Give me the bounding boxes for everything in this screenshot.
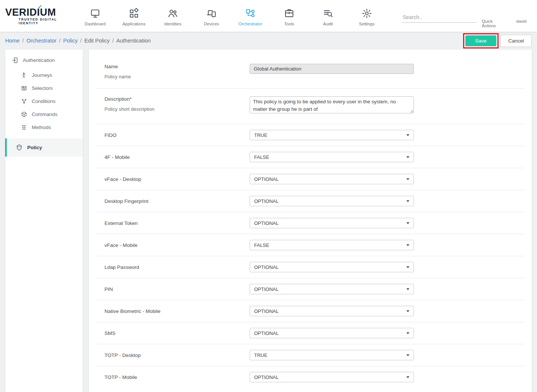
field-label: vFace - Mobile — [104, 242, 250, 248]
form-row-description: Description*Policy short description — [96, 89, 524, 124]
field-sublabel: Policy short description — [104, 106, 250, 112]
field-labels: PIN — [96, 286, 250, 292]
field-label: External Token — [104, 220, 250, 226]
sidebar-item-commands[interactable]: Commands — [5, 108, 83, 121]
field-labels: NamePolicy name — [96, 64, 250, 79]
form-row-external-token: External TokenOPTIONAL — [96, 212, 524, 234]
select-value: FALSE — [254, 242, 269, 248]
field-control: OPTIONAL — [250, 174, 414, 184]
cancel-button[interactable]: Cancel — [500, 35, 532, 47]
field-label: Ldap Password — [104, 264, 250, 270]
nav-item-orchestrator[interactable]: Orchestrator — [231, 6, 270, 26]
breadcrumb-item-home[interactable]: Home — [5, 38, 20, 44]
nav-item-audit[interactable]: Audit — [309, 6, 347, 26]
breadcrumb-separator: / — [22, 38, 24, 44]
policy-icon — [16, 144, 23, 151]
form-row-name: NamePolicy name — [96, 56, 524, 89]
sidebar-item-label: Authentication — [23, 57, 55, 63]
orchestrator-icon — [245, 8, 256, 19]
vface-mobile-select[interactable]: FALSE — [250, 240, 414, 250]
form-row-fido: FIDOTRUE — [96, 124, 524, 146]
field-label: SMS — [104, 330, 250, 336]
policy-form-panel: NamePolicy nameDescription*Policy short … — [89, 50, 532, 392]
nav-item-applications[interactable]: Applications — [115, 6, 153, 26]
breadcrumb-separator: / — [59, 38, 60, 44]
desktop-fingerprint-select[interactable]: OPTIONAL — [250, 196, 414, 206]
nav-item-tools[interactable]: Tools — [270, 6, 309, 26]
form-row-4f-mobile: 4F - MobileFALSE — [96, 146, 524, 168]
field-labels: SMS — [96, 330, 250, 336]
sidebar-item-label: Journeys — [32, 72, 52, 78]
field-label: 4F - Mobile — [104, 154, 250, 160]
logo-check-icon: ✓ — [38, 3, 43, 10]
field-control: OPTIONAL — [250, 218, 414, 228]
4f-mobile-select[interactable]: FALSE — [250, 152, 414, 162]
form-row-vface-mobile: vFace - MobileFALSE — [96, 234, 524, 256]
vface-desktop-select[interactable]: OPTIONAL — [250, 174, 414, 184]
nav-label: Tools — [284, 22, 294, 26]
field-labels: FIDO — [96, 132, 250, 138]
field-control: FALSE — [250, 152, 414, 162]
nav-item-dashboard[interactable]: Dashboard — [76, 6, 115, 26]
user-menu[interactable]: david — [511, 4, 532, 28]
methods-icon — [21, 124, 27, 131]
nav-item-settings[interactable]: Settings — [347, 6, 386, 26]
sidebar-item-label: Policy — [27, 145, 42, 150]
ldap-password-select[interactable]: OPTIONAL — [250, 262, 414, 272]
breadcrumb-item-authentication: Authentication — [116, 38, 151, 44]
totp-mobile-select[interactable]: OPTIONAL — [250, 372, 414, 382]
field-label: Native Biometric - Mobile — [104, 308, 250, 314]
external-token-select[interactable]: OPTIONAL — [250, 218, 414, 228]
field-labels: TOTP - Mobile — [96, 374, 250, 380]
sidebar-item-journeys[interactable]: Journeys — [5, 69, 83, 82]
select-value: OPTIONAL — [254, 198, 279, 204]
fido-select[interactable]: TRUE — [250, 130, 414, 140]
field-labels: vFace - Desktop — [96, 176, 250, 182]
annotation-highlight: Save — [463, 33, 499, 48]
form-row-sms: SMSOPTIONAL — [96, 322, 524, 344]
pin-select[interactable]: OPTIONAL — [250, 284, 414, 294]
field-labels: External Token — [96, 220, 250, 226]
top-bar-right: Quick Actions david — [477, 4, 532, 28]
form-row-totp-desktop: TOTP - DesktopTRUE — [96, 344, 524, 366]
breadcrumb: Home/Orchestrator/Policy/Edit Policy/Aut… — [5, 38, 151, 44]
totp-desktop-select[interactable]: TRUE — [250, 350, 414, 360]
chevron-down-icon — [406, 244, 409, 246]
field-label: Name — [104, 64, 250, 69]
save-button[interactable]: Save — [465, 35, 496, 46]
quick-actions-button[interactable]: Quick Actions — [477, 4, 511, 28]
breadcrumb-item-orchestrator[interactable]: Orchestrator — [26, 38, 57, 44]
tools-icon — [284, 8, 295, 19]
description-textarea[interactable] — [250, 96, 414, 113]
select-value: TRUE — [254, 132, 267, 138]
sms-select[interactable]: OPTIONAL — [250, 328, 414, 338]
field-control: FALSE — [250, 240, 414, 250]
nav-item-devices[interactable]: Devices — [192, 6, 231, 26]
field-label: vFace - Desktop — [104, 176, 250, 182]
select-value: OPTIONAL — [254, 330, 279, 336]
field-label: TOTP - Mobile — [104, 374, 250, 380]
sidebar-item-selectors[interactable]: Selectors — [5, 82, 83, 95]
field-control: OPTIONAL — [250, 306, 414, 316]
applications-icon — [128, 8, 140, 19]
sidebar-item-authentication[interactable]: Authentication — [5, 52, 83, 69]
quick-actions-label: Quick Actions — [482, 19, 506, 28]
sidebar-item-label: Conditions — [32, 98, 56, 104]
journeys-icon — [21, 72, 27, 78]
search-input[interactable] — [402, 12, 477, 23]
chevron-down-icon — [406, 332, 409, 334]
sidebar-item-policy[interactable]: Policy — [5, 138, 83, 157]
user-icon — [516, 6, 527, 16]
sidebar-item-methods[interactable]: Methods — [5, 121, 83, 134]
brand-logo[interactable]: VERIDIUM ✓ TRUSTED DIGITAL IDENTITY — [5, 7, 76, 25]
native-biometric-mobile-select[interactable]: OPTIONAL — [250, 306, 414, 316]
field-control: OPTIONAL — [250, 196, 414, 206]
name-input[interactable] — [250, 64, 414, 74]
nav-item-identities[interactable]: Identities — [153, 6, 192, 26]
breadcrumb-item-policy[interactable]: Policy — [63, 38, 78, 44]
field-control — [250, 64, 414, 74]
top-bar: VERIDIUM ✓ TRUSTED DIGITAL IDENTITY Dash… — [0, 0, 537, 32]
sidebar-item-label: Selectors — [32, 85, 53, 91]
sidebar-item-conditions[interactable]: Conditions — [5, 95, 83, 108]
select-value: FALSE — [254, 154, 269, 160]
